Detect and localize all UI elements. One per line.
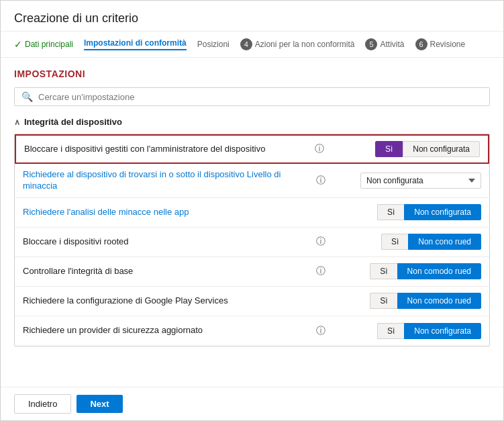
setting-label-bloccare-rooted[interactable]: Bloccare i dispositivi rooted xyxy=(23,236,316,248)
step-num-5: 5 xyxy=(365,38,377,50)
toggle-non-richiedere-analisi[interactable]: Non configurata xyxy=(404,204,481,220)
info-icon-controllare-integrita[interactable]: ⓘ xyxy=(316,265,325,277)
toggle-non-bloccare-rooted[interactable]: Non cono rued xyxy=(408,234,481,250)
setting-row-bloccare-rooted: Bloccare i dispositivi rooted ⓘ Sì Non c… xyxy=(15,228,489,257)
toggle-group-richiedere-provider: Sì Non configurata xyxy=(334,323,481,339)
nav-step-posizioni-label: Posizioni xyxy=(197,40,230,49)
setting-label-richiedere-analisi[interactable]: Richiedere l'analisi delle minacce nelle… xyxy=(23,207,334,218)
step-num-4: 4 xyxy=(240,38,252,50)
toggle-non-bloccare[interactable]: Non configurata xyxy=(403,141,480,157)
nav-step-impostazioni[interactable]: Impostazioni di conformità xyxy=(84,38,187,50)
toggle-si-richiedere-google[interactable]: Sì xyxy=(370,293,397,309)
nav-step-impostazioni-label: Impostazioni di conformità xyxy=(84,38,187,48)
chevron-up-icon[interactable]: ∧ xyxy=(14,118,20,127)
group-label: Integrità del dispositivo xyxy=(24,117,122,127)
toggle-non-richiedere-google[interactable]: Non comodo rued xyxy=(397,293,481,309)
toggle-group-bloccare: Sì Non configurata xyxy=(332,141,480,157)
back-button[interactable]: Indietro xyxy=(14,394,71,414)
setting-label-controllare-integrita[interactable]: Controllare l'integrità di base xyxy=(23,266,316,277)
dropdown-group-richiedere-livello: Non configurata Protetto Basso Medio Alt… xyxy=(334,173,481,189)
next-button[interactable]: Next xyxy=(77,395,122,413)
nav-step-dati[interactable]: ✓ Dati principali xyxy=(14,39,73,50)
nav-step-azioni[interactable]: 4 Azioni per la non conformità xyxy=(240,38,355,50)
search-input[interactable] xyxy=(38,92,483,102)
wizard-nav: ✓ Dati principali Impostazioni di confor… xyxy=(1,32,503,58)
toggle-si-controllare-integrita[interactable]: Sì xyxy=(370,263,397,279)
toggle-non-richiedere-provider[interactable]: Non configurata xyxy=(404,323,481,339)
toggle-si-richiedere-analisi[interactable]: Sì xyxy=(377,204,404,220)
setting-label-bloccare[interactable]: Bloccare i dispositivi gestiti con l'amm… xyxy=(24,144,315,155)
toggle-si-richiedere-provider[interactable]: Sì xyxy=(377,323,404,339)
group-header: ∧ Integrità del dispositivo xyxy=(14,117,490,127)
info-icon-richiedere-provider[interactable]: ⓘ xyxy=(316,325,325,337)
toggle-si-bloccare-rooted[interactable]: Sì xyxy=(381,234,408,250)
setting-row-controllare-integrita: Controllare l'integrità di base ⓘ Sì Non… xyxy=(15,257,489,287)
toggle-non-controllare-integrita[interactable]: Non comodo rued xyxy=(397,263,481,279)
info-icon-bloccare-rooted[interactable]: ⓘ xyxy=(316,236,325,248)
check-icon: ✓ xyxy=(14,39,22,50)
search-icon: 🔍 xyxy=(21,91,33,102)
info-icon-richiedere-livello[interactable]: ⓘ xyxy=(316,175,325,187)
content-area: IMPOSTAZIONI 🔍 ∧ Integrità del dispositi… xyxy=(1,58,503,387)
nav-step-azioni-label: Azioni per la non conformità xyxy=(255,40,355,49)
page-title: Creazione di un criterio xyxy=(1,1,503,32)
nav-step-posizioni[interactable]: Posizioni xyxy=(197,40,230,49)
toggle-group-richiedere-google: Sì Non comodo rued xyxy=(334,293,481,309)
setting-label-richiedere-livello[interactable]: Richiedere al dispositivo di trovarsi in… xyxy=(23,169,316,192)
toggle-group-controllare-integrita: Sì Non comodo rued xyxy=(334,263,481,279)
nav-step-revisione-label: Revisione xyxy=(430,40,466,49)
setting-row-richiedere-livello: Richiedere al dispositivo di trovarsi in… xyxy=(15,164,489,198)
setting-row-bloccare: Bloccare i dispositivi gestiti con l'amm… xyxy=(15,134,489,164)
setting-row-richiedere-analisi: Richiedere l'analisi delle minacce nelle… xyxy=(15,198,489,228)
search-bar: 🔍 xyxy=(14,87,490,106)
step-num-6: 6 xyxy=(415,38,427,50)
nav-step-dati-label: Dati principali xyxy=(25,40,73,49)
info-icon-bloccare[interactable]: ⓘ xyxy=(315,143,324,155)
nav-step-attivita-label: Attività xyxy=(380,40,404,49)
toggle-group-bloccare-rooted: Sì Non cono rued xyxy=(334,234,481,250)
setting-row-richiedere-google: Richiedere la configurazione di Google P… xyxy=(15,287,489,316)
settings-list: Bloccare i dispositivi gestiti con l'amm… xyxy=(14,134,490,346)
toggle-group-richiedere-analisi: Sì Non configurata xyxy=(334,204,481,220)
main-window: Creazione di un criterio ✓ Dati principa… xyxy=(0,0,504,421)
section-title: IMPOSTAZIONI xyxy=(14,68,490,79)
nav-step-revisione[interactable]: 6 Revisione xyxy=(415,38,466,50)
toggle-si-bloccare[interactable]: Sì xyxy=(375,141,403,157)
setting-label-richiedere-google[interactable]: Richiedere la configurazione di Google P… xyxy=(23,295,334,307)
setting-row-richiedere-provider: Richiedere un provider di sicurezza aggi… xyxy=(15,316,489,346)
dropdown-richiedere-livello[interactable]: Non configurata Protetto Basso Medio Alt… xyxy=(360,173,481,189)
setting-label-richiedere-provider[interactable]: Richiedere un provider di sicurezza aggi… xyxy=(23,325,316,336)
nav-step-attivita[interactable]: 5 Attività xyxy=(365,38,404,50)
footer: Indietro Next xyxy=(1,387,503,420)
